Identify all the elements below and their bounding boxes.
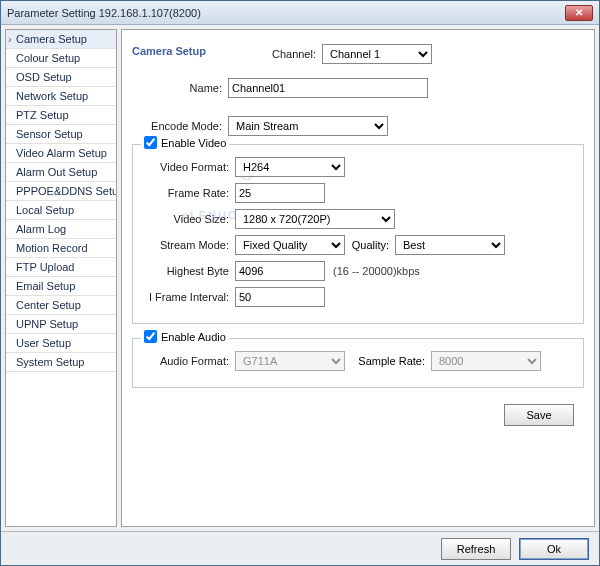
frame-rate-input[interactable]	[235, 183, 325, 203]
sidebar-item-ptz-setup[interactable]: PTZ Setup	[6, 106, 116, 125]
quality-select[interactable]: Best	[395, 235, 505, 255]
sidebar-item-sensor-setup[interactable]: Sensor Setup	[6, 125, 116, 144]
enable-audio-checkbox[interactable]: Enable Audio	[141, 330, 229, 343]
sidebar-item-osd-setup[interactable]: OSD Setup	[6, 68, 116, 87]
sidebar-item-center-setup[interactable]: Center Setup	[6, 296, 116, 315]
audio-format-select[interactable]: G711A	[235, 351, 345, 371]
iframe-interval-input[interactable]	[235, 287, 325, 307]
audio-group: Enable Audio Audio Format: G711A Sample …	[132, 338, 584, 388]
iframe-interval-label: I Frame Interval:	[139, 291, 235, 303]
sidebar-item-local-setup[interactable]: Local Setup	[6, 201, 116, 220]
close-button[interactable]: ✕	[565, 5, 593, 21]
enable-video-checkbox[interactable]: Enable Video	[141, 136, 229, 149]
sidebar: Camera SetupColour SetupOSD SetupNetwork…	[5, 29, 117, 527]
sidebar-item-colour-setup[interactable]: Colour Setup	[6, 49, 116, 68]
sidebar-item-camera-setup[interactable]: Camera Setup	[6, 30, 116, 49]
name-label: Name:	[132, 82, 228, 94]
sidebar-item-motion-record[interactable]: Motion Record	[6, 239, 116, 258]
main-panel: eLENUO® Camera Setup Channel: Channel 1 …	[121, 29, 595, 527]
video-size-select[interactable]: 1280 x 720(720P)	[235, 209, 395, 229]
highest-byte-label: Highest Byte	[139, 265, 235, 277]
sample-rate-label: Sample Rate:	[345, 355, 431, 367]
encode-mode-select[interactable]: Main Stream	[228, 116, 388, 136]
sidebar-item-ftp-upload[interactable]: FTP Upload	[6, 258, 116, 277]
sample-rate-select[interactable]: 8000	[431, 351, 541, 371]
window-title: Parameter Setting 192.168.1.107(8200)	[7, 7, 201, 19]
section-title: Camera Setup	[132, 45, 262, 57]
video-group: Enable Video Video Format: H264 Frame Ra…	[132, 144, 584, 324]
frame-rate-label: Frame Rate:	[139, 187, 235, 199]
quality-label: Quality:	[345, 239, 395, 251]
enable-video-input[interactable]	[144, 136, 157, 149]
stream-mode-select[interactable]: Fixed Quality	[235, 235, 345, 255]
channel-label: Channel:	[262, 48, 322, 60]
stream-mode-label: Stream Mode:	[139, 239, 235, 251]
ok-button[interactable]: Ok	[519, 538, 589, 560]
sidebar-item-system-setup[interactable]: System Setup	[6, 353, 116, 372]
sidebar-item-user-setup[interactable]: User Setup	[6, 334, 116, 353]
enable-audio-input[interactable]	[144, 330, 157, 343]
sidebar-item-alarm-out-setup[interactable]: Alarm Out Setup	[6, 163, 116, 182]
refresh-button[interactable]: Refresh	[441, 538, 511, 560]
sidebar-item-pppoe-ddns-setup[interactable]: PPPOE&DDNS Setup	[6, 182, 116, 201]
encode-mode-label: Encode Mode:	[132, 120, 228, 132]
footer: Refresh Ok	[1, 531, 599, 565]
sidebar-item-upnp-setup[interactable]: UPNP Setup	[6, 315, 116, 334]
audio-format-label: Audio Format:	[139, 355, 235, 367]
titlebar: Parameter Setting 192.168.1.107(8200) ✕	[1, 1, 599, 25]
sidebar-item-video-alarm-setup[interactable]: Video Alarm Setup	[6, 144, 116, 163]
save-button[interactable]: Save	[504, 404, 574, 426]
video-format-label: Video Format:	[139, 161, 235, 173]
name-input[interactable]	[228, 78, 428, 98]
video-size-label: Video Size:	[139, 213, 235, 225]
sidebar-item-alarm-log[interactable]: Alarm Log	[6, 220, 116, 239]
highest-byte-input[interactable]	[235, 261, 325, 281]
kbps-range-label: (16 -- 20000)kbps	[333, 265, 420, 277]
sidebar-item-network-setup[interactable]: Network Setup	[6, 87, 116, 106]
video-format-select[interactable]: H264	[235, 157, 345, 177]
parameter-setting-window: Parameter Setting 192.168.1.107(8200) ✕ …	[0, 0, 600, 566]
sidebar-item-email-setup[interactable]: Email Setup	[6, 277, 116, 296]
channel-select[interactable]: Channel 1	[322, 44, 432, 64]
